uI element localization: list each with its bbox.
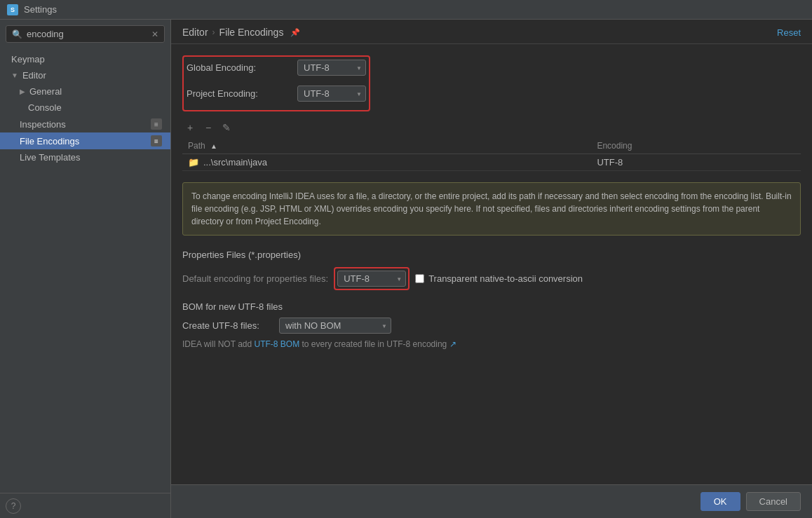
encoding-value: UTF-8 — [591, 154, 801, 171]
content-area: Editor › File Encodings 📌 Reset Global E… — [171, 20, 812, 518]
general-label: General — [29, 86, 62, 97]
encoding-section: Global Encoding: UTF-8 UTF-16 ISO-8859-1… — [182, 55, 801, 111]
sidebar-item-keymap[interactable]: Keymap — [0, 51, 170, 67]
project-encoding-select-wrapper[interactable]: UTF-8 UTF-16 ISO-8859-1 — [297, 86, 366, 102]
search-icon: 🔍 — [12, 29, 22, 39]
content-body: Global Encoding: UTF-8 UTF-16 ISO-8859-1… — [171, 44, 812, 484]
breadcrumb-current: File Encodings — [219, 27, 284, 38]
editor-label: Editor — [22, 70, 46, 81]
ok-button[interactable]: OK — [701, 492, 740, 511]
sidebar-item-general[interactable]: ▶ General — [0, 83, 170, 100]
path-column-header[interactable]: Path ▲ — [182, 138, 591, 154]
note-after: to every created file in UTF-8 encoding — [299, 339, 447, 349]
cancel-button[interactable]: Cancel — [746, 492, 801, 511]
properties-encoding-select-wrapper[interactable]: UTF-8 UTF-16 ISO-8859-1 — [337, 271, 406, 287]
edit-path-button[interactable]: ✎ — [219, 120, 234, 135]
bom-select-wrapper[interactable]: with NO BOM with BOM always with BOM — [279, 318, 391, 334]
create-utf8-label: Create UTF-8 files: — [182, 320, 273, 331]
encoding-column-header[interactable]: Encoding — [591, 138, 801, 154]
properties-section-title: Properties Files (*.properties) — [182, 250, 801, 260]
properties-encoding-highlight: UTF-8 UTF-16 ISO-8859-1 — [334, 267, 410, 290]
live-templates-label: Live Templates — [20, 152, 80, 163]
pin-icon: 📌 — [290, 28, 300, 37]
dialog-footer: OK Cancel — [171, 484, 812, 518]
bom-select[interactable]: with NO BOM with BOM always with BOM — [279, 318, 391, 334]
editor-arrow-icon: ▼ — [11, 71, 18, 79]
properties-section: Properties Files (*.properties) Default … — [182, 250, 801, 290]
sidebar-bottom: ? — [0, 493, 170, 518]
note-text: IDEA will NOT add — [182, 339, 254, 349]
default-encoding-label: Default encoding for properties files: — [182, 273, 328, 284]
encoding-highlight-box: Global Encoding: UTF-8 UTF-16 ISO-8859-1… — [182, 55, 370, 111]
info-text: To change encoding IntelliJ IDEA uses fo… — [191, 191, 792, 226]
note-arrow-link: ↗ — [449, 339, 456, 349]
breadcrumb-parent: Editor — [182, 27, 208, 38]
sidebar-item-file-encodings[interactable]: File Encodings ≡ — [0, 132, 170, 149]
project-encoding-select[interactable]: UTF-8 UTF-16 ISO-8859-1 — [297, 86, 366, 102]
main-layout: 🔍 ✕ Keymap ▼ Editor ▶ General Console — [0, 20, 812, 518]
properties-encoding-select[interactable]: UTF-8 UTF-16 ISO-8859-1 — [337, 271, 406, 287]
app-icon: S — [7, 4, 18, 15]
path-sort-icon: ▲ — [210, 142, 217, 150]
table-row[interactable]: 📁 ...\src\main\java UTF-8 — [182, 154, 801, 171]
transparent-checkbox-label[interactable]: Transparent native-to-ascii conversion — [415, 273, 583, 284]
content-header: Editor › File Encodings 📌 Reset — [171, 20, 812, 44]
path-cell: 📁 ...\src\main\java — [188, 157, 586, 168]
bom-section: BOM for new UTF-8 files Create UTF-8 fil… — [182, 301, 801, 349]
sidebar: 🔍 ✕ Keymap ▼ Editor ▶ General Console — [0, 20, 171, 518]
add-path-button[interactable]: + — [182, 120, 198, 135]
global-encoding-row: Global Encoding: UTF-8 UTF-16 ISO-8859-1 — [187, 60, 366, 76]
search-input[interactable] — [27, 29, 147, 39]
utf8-bom-link[interactable]: UTF-8 BOM — [254, 339, 299, 349]
window-title: Settings — [24, 4, 57, 15]
keymap-label: Keymap — [11, 54, 45, 64]
sidebar-item-inspections[interactable]: Inspections ≡ — [0, 116, 170, 132]
sidebar-item-live-templates[interactable]: Live Templates — [0, 149, 170, 165]
svg-text:S: S — [11, 6, 15, 13]
inspections-badge: ≡ — [151, 118, 162, 130]
info-box: To change encoding IntelliJ IDEA uses fo… — [182, 182, 801, 236]
file-encodings-label: File Encodings — [20, 136, 79, 146]
bom-create-row: Create UTF-8 files: with NO BOM with BOM… — [182, 318, 801, 334]
search-clear-icon[interactable]: ✕ — [151, 29, 158, 39]
project-encoding-row: Project Encoding: UTF-8 UTF-16 ISO-8859-… — [187, 86, 366, 102]
properties-row: Default encoding for properties files: U… — [182, 267, 801, 290]
table-toolbar: + − ✎ — [182, 120, 801, 135]
breadcrumb: Editor › File Encodings 📌 — [182, 27, 300, 38]
file-encodings-badge: ≡ — [151, 135, 162, 146]
idea-note: IDEA will NOT add UTF-8 BOM to every cre… — [182, 339, 801, 349]
transparent-checkbox[interactable] — [415, 274, 424, 283]
nav-tree: Keymap ▼ Editor ▶ General Console Inspec… — [0, 48, 170, 493]
bom-section-title: BOM for new UTF-8 files — [182, 301, 801, 312]
global-encoding-select-wrapper[interactable]: UTF-8 UTF-16 ISO-8859-1 — [297, 60, 366, 76]
search-box[interactable]: 🔍 ✕ — [6, 25, 165, 43]
global-encoding-select[interactable]: UTF-8 UTF-16 ISO-8859-1 — [297, 60, 366, 76]
title-bar: S Settings — [0, 0, 812, 20]
sidebar-item-editor[interactable]: ▼ Editor — [0, 67, 170, 83]
path-value: ...\src\main\java — [203, 157, 267, 168]
remove-path-button[interactable]: − — [201, 120, 216, 135]
transparent-label: Transparent native-to-ascii conversion — [428, 273, 583, 284]
folder-icon: 📁 — [188, 157, 199, 168]
sidebar-item-console[interactable]: Console — [0, 100, 170, 116]
help-button[interactable]: ? — [6, 498, 21, 514]
file-encodings-table: Path ▲ Encoding 📁 ...\src\main\j — [182, 138, 801, 171]
inspections-label: Inspections — [20, 119, 66, 130]
reset-button[interactable]: Reset — [777, 27, 801, 38]
global-encoding-label: Global Encoding: — [187, 62, 292, 73]
general-arrow-icon: ▶ — [20, 88, 25, 95]
breadcrumb-separator: › — [212, 27, 215, 37]
project-encoding-label: Project Encoding: — [187, 88, 292, 99]
console-label: Console — [28, 102, 62, 113]
